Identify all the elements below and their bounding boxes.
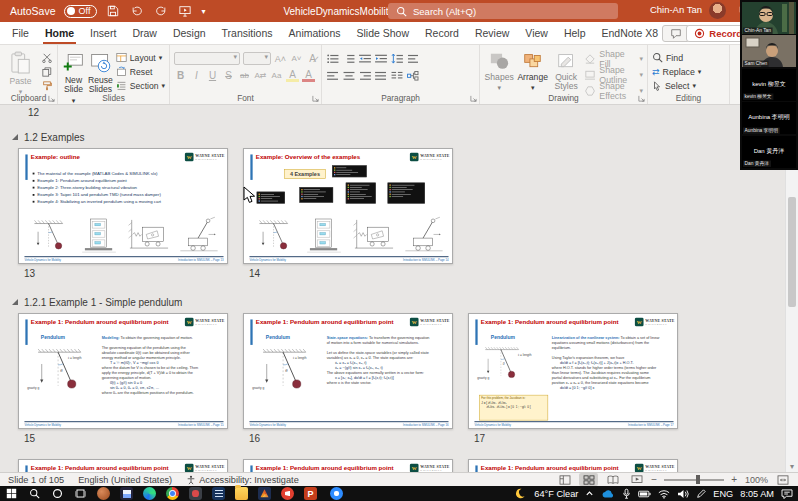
tab-slide-show[interactable]: Slide Show (349, 22, 418, 44)
clear-formatting-button[interactable]: A̷ (306, 52, 319, 65)
shape-outline-button[interactable]: Shape Outline▾ (584, 68, 643, 81)
layout-button[interactable]: Layout▾ (116, 52, 165, 63)
slide-sorter-view-button[interactable] (579, 473, 598, 486)
tab-record[interactable]: Record (417, 22, 467, 44)
file-explorer-icon[interactable] (230, 486, 253, 501)
shrink-font-button[interactable]: A˅ (290, 52, 303, 65)
slideshow-view-button[interactable] (627, 473, 646, 486)
zoom-level[interactable]: 100% (742, 475, 768, 485)
action-center-icon[interactable] (781, 489, 793, 499)
tab-review[interactable]: Review (467, 22, 517, 44)
weather-moon-icon[interactable] (515, 488, 527, 500)
document-app-icon[interactable] (207, 486, 230, 501)
tab-design[interactable]: Design (165, 22, 214, 44)
strikethrough-button[interactable]: S (222, 69, 235, 82)
normal-view-button[interactable] (555, 473, 574, 486)
participant-tile[interactable]: kevin 柳昱文kevin 柳昱文 (742, 69, 796, 101)
powerpoint-icon[interactable] (299, 486, 322, 501)
replace-button[interactable]: ⇄Replace▾ (652, 66, 701, 77)
arrange-button[interactable]: Arrange▾ (517, 48, 548, 91)
bold-button[interactable]: B (174, 69, 187, 82)
participant-tile[interactable]: Sam Chen (742, 35, 796, 67)
find-button[interactable]: Find (652, 52, 701, 63)
slide-thumbnail-15[interactable]: Example 1: Pendulum around equilibrium p… (18, 313, 228, 429)
participant-tile[interactable]: Dan 黄丹洋Dan 黄丹洋 (742, 136, 796, 168)
user-name[interactable]: Chin-An Tan (650, 4, 702, 15)
slide-thumbnail-13[interactable]: Example: outlineWWAYNE STATEUNIVERSITYTh… (18, 148, 228, 264)
reading-view-button[interactable] (603, 473, 622, 486)
tab-insert[interactable]: Insert (82, 22, 124, 44)
tab-animations[interactable]: Animations (281, 22, 349, 44)
fit-to-window-button[interactable] (773, 473, 792, 486)
start-slideshow-icon[interactable] (177, 3, 193, 19)
autosave-toggle[interactable]: Off (64, 5, 98, 18)
bullets-button[interactable] (326, 52, 339, 65)
reset-button[interactable]: Reset (116, 66, 165, 77)
cortana-button[interactable] (46, 486, 69, 501)
language-status[interactable]: English (United States) (78, 475, 172, 485)
character-spacing-button[interactable]: A⇄ (254, 69, 267, 82)
zoom-in-button[interactable]: + (731, 474, 737, 485)
ime-indicator[interactable]: ENG (713, 489, 733, 499)
battery-icon[interactable] (638, 490, 651, 498)
select-button[interactable]: Select▾ (652, 80, 701, 91)
font-name-select[interactable] (174, 52, 240, 65)
zoom-slider-thumb[interactable] (696, 475, 700, 484)
columns-button[interactable] (390, 69, 403, 82)
tab-help[interactable]: Help (556, 22, 594, 44)
text-direction-button[interactable] (406, 52, 419, 65)
chat-app-icon[interactable] (92, 486, 115, 501)
change-case-button[interactable]: Aa (270, 69, 283, 82)
pen-icon[interactable] (696, 489, 706, 499)
meeting-app-icon[interactable] (276, 486, 299, 501)
line-spacing-button[interactable] (390, 52, 403, 65)
onedrive-icon[interactable] (601, 489, 615, 499)
chrome-icon[interactable] (161, 486, 184, 501)
align-left-button[interactable] (326, 69, 339, 82)
scrollbar-down-arrow-icon[interactable]: ▾ (786, 462, 798, 471)
video-chat-app-icon[interactable] (322, 486, 345, 501)
tab-view[interactable]: View (517, 22, 556, 44)
task-view-button[interactable] (69, 486, 92, 501)
slide-thumbnail-16[interactable]: Example 1: Pendulum around equilibrium p… (243, 313, 453, 429)
text-shadow-button[interactable]: ab (238, 69, 251, 82)
volume-icon[interactable] (677, 489, 689, 499)
align-right-button[interactable] (358, 69, 371, 82)
copy-icon[interactable] (40, 66, 53, 77)
font-dialog-launcher-icon[interactable] (312, 95, 319, 102)
drawing-dialog-launcher-icon[interactable] (638, 95, 645, 102)
align-center-button[interactable] (342, 69, 355, 82)
indent-increase-button[interactable] (374, 52, 387, 65)
slide-thumbnail-14[interactable]: Example: Overview of the examplesWWAYNE … (243, 148, 453, 264)
paste-button[interactable]: Paste▾ (4, 48, 37, 91)
start-button[interactable] (0, 486, 23, 501)
clock[interactable]: 8:05 AM (740, 489, 774, 499)
section-button[interactable]: Section▾ (116, 80, 165, 91)
tab-home[interactable]: Home (37, 22, 82, 44)
section-header[interactable]: 1.2 Examples (12, 129, 85, 145)
search-box[interactable]: Search (Alt+Q) (388, 3, 618, 19)
section-collapse-icon[interactable] (12, 134, 18, 140)
edge-icon[interactable] (138, 486, 161, 501)
paragraph-dialog-launcher-icon[interactable] (470, 95, 477, 102)
shapes-button[interactable]: Shapes▾ (484, 48, 514, 91)
slide-thumbnail-20[interactable]: Example 1: Pendulum around equilibrium p… (468, 459, 678, 472)
slide-thumbnail-19[interactable]: Example 1: Pendulum around equilibrium p… (243, 459, 453, 472)
redo-icon[interactable] (153, 3, 169, 19)
numbering-button[interactable] (342, 52, 355, 65)
format-painter-icon[interactable] (40, 80, 53, 91)
section-collapse-icon[interactable] (12, 299, 18, 305)
italic-button[interactable]: I (190, 69, 203, 82)
cut-icon[interactable] (40, 52, 53, 63)
zoom-slider[interactable] (664, 479, 724, 481)
matlab-icon[interactable] (253, 486, 276, 501)
convert-smartart-button[interactable] (406, 69, 419, 82)
new-slide-button[interactable]: New Slide▾ (62, 48, 85, 91)
shape-fill-button[interactable]: Shape Fill▾ (584, 52, 643, 65)
clipboard-dialog-launcher-icon[interactable] (48, 95, 55, 102)
weather-status[interactable]: 64°F Clear (534, 489, 578, 499)
tray-microphone-icon[interactable] (622, 488, 631, 500)
tab-endnote-x8[interactable]: EndNote X8 (594, 22, 667, 44)
font-size-select[interactable] (243, 52, 271, 65)
grow-font-button[interactable]: A˄ (274, 52, 287, 65)
